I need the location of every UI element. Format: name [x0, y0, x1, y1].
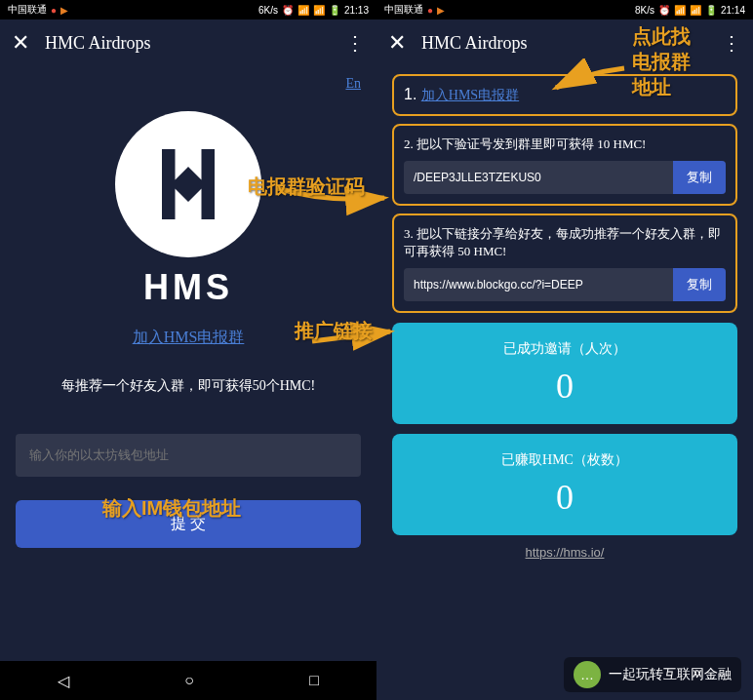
nav-back-icon[interactable]: ◁: [58, 672, 69, 690]
step3-label: 3. 把以下链接分享给好友，每成功推荐一个好友入群，即可再获得 50 HMC!: [404, 225, 726, 260]
wifi-icon: 📶: [674, 5, 686, 16]
time: 21:14: [721, 5, 745, 16]
step2-box: 2. 把以下验证号发到群里即可获得 10 HMC! 复制: [392, 124, 737, 206]
signal-icon: 📶: [690, 5, 701, 16]
step1-link[interactable]: 加入HMS电报群: [421, 88, 519, 102]
close-icon[interactable]: ✕: [388, 30, 406, 56]
invites-card: 已成功邀请（人次） 0: [392, 323, 737, 424]
phone-left: 中国联通 ● ▶ 6K/s ⏰ 📶 📶 🔋 21:13 ✕ HMC Airdro…: [0, 0, 376, 700]
status-bar: 中国联通 ● ▶ 6K/s ⏰ 📶 📶 🔋 21:13: [0, 0, 376, 19]
logo-text: HMS: [16, 267, 361, 308]
submit-button[interactable]: 提 交: [16, 500, 361, 548]
menu-icon[interactable]: ⋮: [722, 31, 741, 55]
content-right: 1. 加入HMS电报群 2. 把以下验证号发到群里即可获得 10 HMC! 复制…: [376, 74, 753, 560]
speed: 8K/s: [635, 5, 654, 16]
invites-label: 已成功邀请（人次）: [410, 340, 720, 358]
watermark-text: 一起玩转互联网金融: [609, 666, 732, 683]
carrier: 中国联通: [384, 3, 423, 17]
content-left: En HMS 加入HMS电报群 每推荐一个好友入群，即可获得50个HMC! 提 …: [0, 76, 376, 562]
logo-circle: [115, 111, 261, 257]
alarm-icon: ⏰: [658, 5, 670, 16]
earned-value: 0: [410, 477, 720, 518]
footer-link[interactable]: https://hms.io/: [392, 545, 737, 560]
phone-right: 中国联通 ● ▶ 8K/s ⏰ 📶 📶 🔋 21:14 ✕ HMC Airdro…: [376, 0, 753, 700]
nav-bar: ◁ ○ □: [0, 661, 376, 700]
step2-label: 2. 把以下验证号发到群里即可获得 10 HMC!: [404, 136, 726, 153]
earned-card: 已赚取HMC（枚数） 0: [392, 434, 737, 535]
earned-label: 已赚取HMC（枚数）: [410, 451, 720, 469]
speed: 6K/s: [258, 5, 278, 16]
invites-value: 0: [410, 366, 720, 407]
signal-icon: 📶: [313, 5, 325, 16]
referral-url-input[interactable]: [404, 268, 673, 301]
menu-icon[interactable]: ⋮: [345, 31, 365, 55]
step1-box: 1. 加入HMS电报群: [392, 74, 737, 116]
wechat-icon: [574, 661, 601, 688]
app-icon: ▶: [437, 5, 445, 16]
page-title: HMC Airdrops: [45, 33, 330, 54]
header: ✕ HMC Airdrops ⋮: [376, 19, 753, 66]
record-icon: ●: [51, 5, 57, 16]
wifi-icon: 📶: [297, 5, 309, 16]
copy-url-button[interactable]: 复制: [673, 268, 726, 301]
step3-box: 3. 把以下链接分享给好友，每成功推荐一个好友入群，即可再获得 50 HMC! …: [392, 214, 737, 313]
record-icon: ●: [427, 5, 433, 16]
header: ✕ HMC Airdrops ⋮: [0, 19, 376, 66]
battery-icon: 🔋: [705, 5, 717, 16]
app-icon: ▶: [60, 5, 68, 16]
verification-code-input[interactable]: [404, 161, 673, 194]
logo: [16, 111, 361, 257]
close-icon[interactable]: ✕: [12, 30, 29, 56]
watermark: 一起玩转互联网金融: [564, 657, 741, 692]
battery-icon: 🔋: [329, 5, 340, 16]
carrier: 中国联通: [8, 3, 47, 17]
time: 21:13: [344, 5, 369, 16]
copy-code-button[interactable]: 复制: [673, 161, 726, 194]
promo-text: 每推荐一个好友入群，即可获得50个HMC!: [16, 377, 361, 395]
telegram-link[interactable]: 加入HMS电报群: [16, 328, 361, 348]
nav-recent-icon[interactable]: □: [309, 672, 319, 689]
step1-num: 1.: [404, 86, 416, 102]
page-title: HMC Airdrops: [421, 33, 706, 54]
status-bar: 中国联通 ● ▶ 8K/s ⏰ 📶 📶 🔋 21:14: [376, 0, 753, 19]
wallet-input[interactable]: [16, 434, 361, 477]
language-link[interactable]: En: [16, 76, 361, 92]
alarm-icon: ⏰: [282, 5, 294, 16]
nav-home-icon[interactable]: ○: [184, 672, 194, 689]
